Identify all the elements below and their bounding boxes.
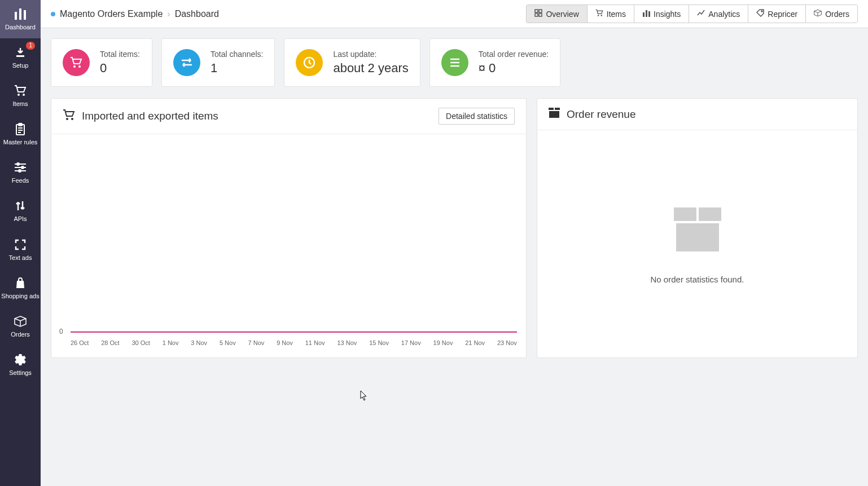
cart-icon <box>595 9 603 19</box>
svg-rect-2 <box>24 10 26 20</box>
chevron-right-icon: › <box>167 9 170 19</box>
stat-cards-row: Total items: 0 Total channels: 1 Last <box>51 38 858 87</box>
tab-label: Items <box>607 10 626 19</box>
swap-icon <box>173 49 200 76</box>
x-axis-tick: 17 Nov <box>401 339 421 346</box>
package-icon <box>670 202 725 258</box>
x-axis-tick: 28 Oct <box>101 339 119 346</box>
stat-card-revenue: Total order revenue: ¤ 0 <box>429 38 561 87</box>
tab-orders[interactable]: Orders <box>806 5 857 23</box>
package-icon <box>549 108 560 121</box>
sidebar-item-text-ads[interactable]: Text ads <box>0 231 41 269</box>
left-sidebar: Dashboard 1 Setup Items Master rules Fee… <box>0 0 41 368</box>
tab-label: Orders <box>825 10 849 19</box>
line-chart-icon <box>697 10 705 18</box>
svg-rect-40 <box>676 223 719 251</box>
svg-point-21 <box>598 15 599 16</box>
arrows-up-down-icon <box>15 200 26 212</box>
svg-point-27 <box>73 65 76 68</box>
sidebar-item-label: Text ads <box>9 254 32 261</box>
tab-insights[interactable]: Insights <box>634 5 689 23</box>
svg-rect-17 <box>535 10 538 12</box>
sidebar-item-label: Orders <box>11 331 30 338</box>
svg-rect-36 <box>555 108 560 110</box>
tab-analytics[interactable]: Analytics <box>689 5 748 23</box>
notification-badge: 1 <box>26 42 35 50</box>
x-axis-tick: 11 Nov <box>305 339 325 346</box>
list-icon <box>441 49 468 76</box>
sidebar-item-label: Feeds <box>12 177 29 184</box>
sidebar-item-feeds[interactable]: Feeds <box>0 153 41 192</box>
svg-point-34 <box>71 118 73 120</box>
svg-rect-18 <box>539 10 542 12</box>
panel-title-text: Order revenue <box>567 108 636 121</box>
x-axis-tick: 15 Nov <box>369 339 389 346</box>
x-axis-tick: 26 Oct <box>71 339 89 346</box>
empty-state: No order statistics found. <box>544 139 851 346</box>
sidebar-item-dashboard[interactable]: Dashboard <box>0 0 41 38</box>
x-axis-tick: 30 Oct <box>132 339 150 346</box>
svg-point-33 <box>66 118 68 120</box>
svg-rect-24 <box>646 10 647 17</box>
svg-rect-1 <box>19 8 21 20</box>
svg-rect-19 <box>535 14 538 16</box>
sidebar-item-settings[interactable]: Settings <box>0 346 41 368</box>
sliders-icon <box>14 161 27 174</box>
cart-icon <box>63 49 90 76</box>
sidebar-item-label: Setup <box>12 62 29 69</box>
svg-rect-7 <box>19 123 22 126</box>
clipboard-icon <box>15 123 25 135</box>
breadcrumb-project[interactable]: Magento Orders Example <box>60 9 163 19</box>
sidebar-item-label: Dashboard <box>5 24 36 30</box>
items-chart: 026 Oct28 Oct30 Oct1 Nov3 Nov5 Nov7 Nov9… <box>58 143 519 346</box>
box-icon <box>14 315 27 328</box>
x-axis-tick: 7 Nov <box>248 339 265 346</box>
tab-items[interactable]: Items <box>588 5 634 23</box>
sidebar-item-items[interactable]: Items <box>0 77 41 115</box>
clock-icon <box>296 49 323 76</box>
svg-point-16 <box>19 170 21 172</box>
bar-chart-icon <box>642 9 650 19</box>
stat-value: ¤ 0 <box>479 61 549 76</box>
tab-label: Analytics <box>708 10 740 19</box>
sidebar-item-apis[interactable]: APIs <box>0 192 41 230</box>
sidebar-item-label: Items <box>13 100 28 107</box>
sidebar-item-master-rules[interactable]: Master rules <box>0 115 41 153</box>
sidebar-item-orders[interactable]: Orders <box>0 307 41 346</box>
stat-card-total-items: Total items: 0 <box>51 38 152 87</box>
svg-rect-35 <box>549 108 554 110</box>
top-tabs: Overview Items Insights Analytics Repric… <box>526 5 858 23</box>
breadcrumb-page: Dashboard <box>175 9 219 19</box>
svg-rect-37 <box>549 111 559 118</box>
download-icon <box>15 46 26 59</box>
stat-value: about 2 years <box>333 61 408 76</box>
panel-order-revenue: Order revenue No order statistics found. <box>537 98 858 358</box>
cart-icon <box>14 85 27 97</box>
panel-title-text: Imported and exported items <box>82 110 218 122</box>
svg-point-22 <box>600 15 602 16</box>
sidebar-item-label: Master rules <box>3 139 38 145</box>
stat-value: 1 <box>211 61 263 76</box>
sidebar-item-shopping-ads[interactable]: Shopping ads <box>0 269 41 307</box>
header-bar: Magento Orders Example › Dashboard Overv… <box>41 0 868 28</box>
stat-card-last-update: Last update: about 2 years <box>284 38 420 87</box>
stat-card-total-channels: Total channels: 1 <box>161 38 275 87</box>
x-axis-tick: 9 Nov <box>277 339 293 346</box>
tab-overview[interactable]: Overview <box>527 5 587 23</box>
stat-label: Total items: <box>100 50 140 59</box>
cart-icon <box>63 109 75 123</box>
breadcrumb: Magento Orders Example › Dashboard <box>51 9 219 19</box>
x-axis-labels: 26 Oct28 Oct30 Oct1 Nov3 Nov5 Nov7 Nov9 … <box>71 339 517 346</box>
sidebar-item-setup[interactable]: 1 Setup <box>0 38 41 77</box>
x-axis-tick: 19 Nov <box>433 339 453 346</box>
dashboard-icon <box>534 9 542 19</box>
svg-rect-39 <box>699 207 721 221</box>
x-axis-tick: 21 Nov <box>465 339 485 346</box>
tab-repricer[interactable]: Repricer <box>748 5 806 23</box>
x-axis-tick: 3 Nov <box>191 339 207 346</box>
svg-point-5 <box>23 94 25 96</box>
expand-icon <box>15 238 26 251</box>
detailed-statistics-button[interactable]: Detailed statistics <box>439 108 515 125</box>
x-axis-tick: 1 Nov <box>163 339 179 346</box>
x-axis-tick: 5 Nov <box>220 339 236 346</box>
